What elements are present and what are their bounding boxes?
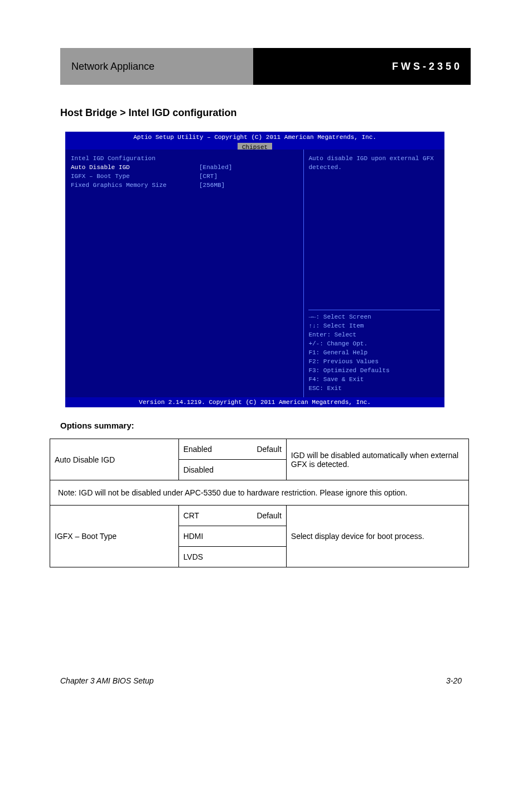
cell-option-value: Enabled Default [178,439,286,460]
bios-nav-line: F2: Previous Values [308,357,440,366]
bios-row-auto-disable-igd: Auto Disable IGD [Enabled] [71,163,298,172]
cell-option-desc: Select display device for boot process. [286,506,468,567]
bios-nav-block: →←: Select Screen ↑↓: Select Item Enter:… [308,307,440,393]
bios-row-label: IGFX – Boot Type [71,172,199,181]
bios-screenshot: Aptio Setup Utility – Copyright (C) 2011… [65,132,444,407]
bios-nav-line: ↑↓: Select Item [308,321,440,330]
options-summary-heading: Options summary: [60,421,134,430]
bios-footer: Version 2.14.1219. Copyright (C) 2011 Am… [65,397,444,407]
cell-option-value: HDMI [178,526,286,547]
table-row-note: Note: IGD will not be disabled under APC… [50,480,469,506]
cell-option-value: Disabled [178,460,286,480]
bios-row-label: Auto Disable IGD [71,163,199,172]
option-default-tag: Default [257,445,281,454]
bios-nav-line: Enter: Select [308,330,440,339]
bios-row-igfx-boot-type: IGFX – Boot Type [CRT] [71,172,298,181]
bios-title: Aptio Setup Utility – Copyright (C) 2011… [65,133,444,142]
cell-option-name: Auto Disable IGD [50,439,179,480]
bios-help-text: Auto disable IGD upon external GFX detec… [308,154,440,172]
bios-nav-line: →←: Select Screen [308,312,440,321]
header-left: Network Appliance [60,48,253,85]
cell-note: Note: IGD will not be disabled under APC… [50,480,469,506]
bios-nav-line: +/-: Change Opt. [308,339,440,348]
bios-nav-line: F3: Optimized Defaults [308,366,440,375]
bios-nav-line: ESC: Exit [308,384,440,393]
bios-row-label: Fixed Graphics Memory Size [71,181,199,190]
cell-option-value: CRT Default [178,506,286,526]
header-right: F W S - 2 3 5 0 [253,48,471,85]
bios-nav-line: F4: Save & Exit [308,375,440,384]
cell-option-desc: IGD will be disabled automatically when … [286,439,468,480]
table-row: Auto Disable IGD Enabled Default IGD wil… [50,439,469,460]
cell-option-value: LVDS [178,547,286,567]
bios-body: Intel IGD Configuration Auto Disable IGD… [65,150,444,397]
page-footer-right: 3-20 [446,676,462,685]
option-value: CRT [183,511,200,520]
option-default-tag: Default [257,511,281,520]
cell-option-name: IGFX – Boot Type [50,506,179,567]
bios-section-heading: Intel IGD Configuration [71,154,298,163]
bios-right-panel: Auto disable IGD upon external GFX detec… [304,150,444,397]
bios-row-value: [CRT] [199,172,217,181]
option-value: Enabled [183,445,212,454]
bios-titlebar: Aptio Setup Utility – Copyright (C) 2011… [65,132,444,150]
bios-nav-line: F1: General Help [308,348,440,357]
bios-left-panel: Intel IGD Configuration Auto Disable IGD… [65,150,304,397]
options-table: Auto Disable IGD Enabled Default IGD wil… [50,439,469,567]
bios-row-value: [Enabled] [199,163,232,172]
table-row: IGFX – Boot Type CRT Default Select disp… [50,506,469,526]
host-bridge-heading: Host Bridge > Intel IGD configuration [60,107,237,119]
page-header: Network Appliance F W S - 2 3 5 0 [60,48,471,85]
bios-row-fixed-gmem: Fixed Graphics Memory Size [256MB] [71,181,298,190]
bios-row-value: [256MB] [199,181,225,190]
page-footer-left: Chapter 3 AMI BIOS Setup [60,676,154,685]
